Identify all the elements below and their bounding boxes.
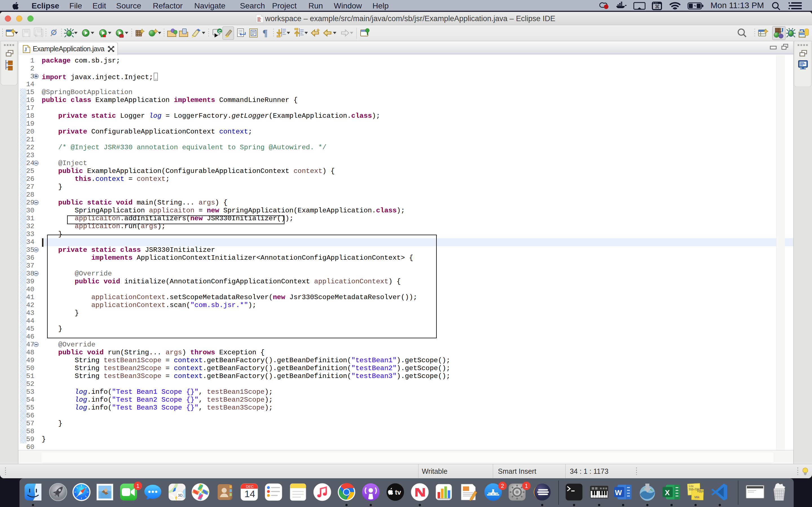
svg-text:X: X <box>665 489 670 497</box>
svg-text:⌘: ⌘ <box>655 4 660 10</box>
svg-text:DEC: DEC <box>246 485 253 489</box>
svg-text:Eggs: Eggs <box>697 490 704 493</box>
svg-text:J: J <box>780 27 783 34</box>
svg-text:¶: ¶ <box>262 27 267 38</box>
svg-text:Milk: Milk <box>695 496 700 499</box>
svg-text:W: W <box>615 489 622 497</box>
svg-text:Lou: Lou <box>689 485 694 488</box>
svg-text:J: J <box>24 47 27 52</box>
svg-text:C: C <box>218 29 221 34</box>
svg-text:14: 14 <box>245 489 255 499</box>
svg-text:3D: 3D <box>178 493 183 497</box>
svg-text:Mon 11:13 PM: Mon 11:13 PM <box>711 1 764 10</box>
svg-text:tv: tv <box>395 489 401 496</box>
